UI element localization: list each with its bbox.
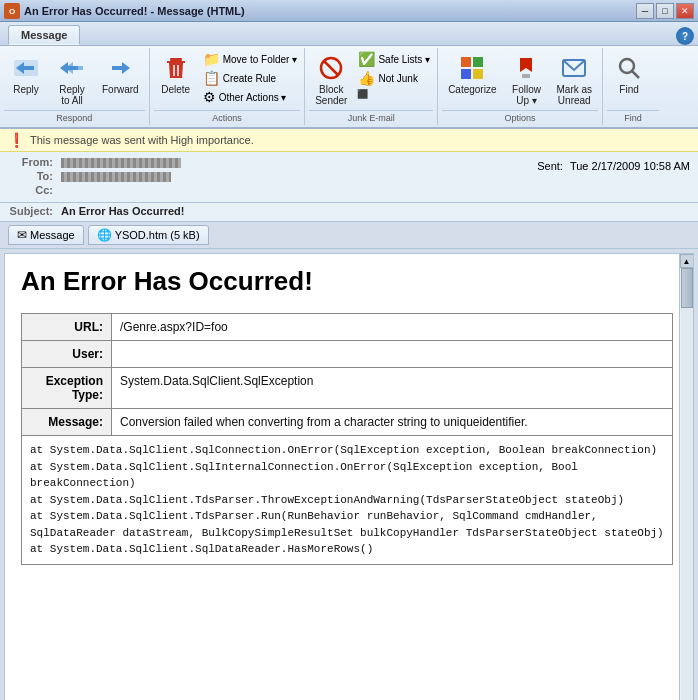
folder-icon: 📁 [203, 51, 220, 67]
reply-all-button[interactable]: Replyto All [50, 50, 94, 108]
sent-label: Sent: [537, 160, 563, 172]
message-attachment-tab[interactable]: ✉ Message [8, 225, 84, 245]
options-content: Categorize FollowUp ▾ Ma [442, 50, 598, 108]
ribbon: Reply Replyto All Forward [0, 46, 698, 129]
sent-area: Sent: Tue 2/17/2009 10:58 AM [537, 156, 690, 198]
header-top: From: To: Cc: Sent: Tue [8, 156, 690, 198]
junk-expand[interactable]: ⬛ [355, 88, 433, 100]
scroll-up-arrow[interactable]: ▲ [680, 254, 694, 268]
find-group-label: Find [607, 110, 659, 123]
svg-rect-8 [167, 61, 185, 63]
find-button[interactable]: Find [607, 50, 651, 97]
mark-unread-icon [558, 52, 590, 84]
svg-rect-13 [461, 57, 471, 67]
scrollbar[interactable]: ▲ ▼ [679, 254, 693, 700]
svg-rect-16 [473, 69, 483, 79]
other-actions-button[interactable]: ⚙ Other Actions ▾ [200, 88, 300, 106]
block-sender-label: BlockSender [315, 84, 347, 106]
ysod-tab-label: YSOD.htm (5 kB) [115, 229, 200, 241]
find-icon [613, 52, 645, 84]
respond-group-label: Respond [4, 110, 145, 123]
safe-lists-icon: ✅ [358, 51, 375, 67]
block-sender-button[interactable]: BlockSender [309, 50, 353, 108]
follow-up-icon [510, 52, 542, 84]
rule-icon: 📋 [203, 70, 220, 86]
svg-point-20 [620, 59, 634, 73]
from-label: From: [8, 156, 53, 168]
move-to-folder-label: Move to Folder ▾ [223, 54, 297, 65]
not-junk-icon: 👍 [358, 70, 375, 86]
safe-lists-button[interactable]: ✅ Safe Lists ▾ [355, 50, 433, 68]
attachment-tabs: ✉ Message 🌐 YSOD.htm (5 kB) [0, 222, 698, 249]
tab-message[interactable]: Message [8, 25, 80, 45]
stack-trace-cell: at System.Data.SqlClient.SqlConnection.O… [22, 436, 673, 565]
respond-buttons: Reply Replyto All Forward [4, 50, 145, 108]
app-icon: O [4, 3, 20, 19]
table-row: URL: /Genre.aspx?ID=foo [22, 314, 673, 341]
minimize-button[interactable]: ─ [636, 3, 654, 19]
subject-label: Subject: [8, 205, 53, 217]
move-to-folder-button[interactable]: 📁 Move to Folder ▾ [200, 50, 300, 68]
stack-trace: at System.Data.SqlClient.SqlConnection.O… [30, 442, 664, 558]
delete-button[interactable]: Delete [154, 50, 198, 97]
from-row: From: [8, 156, 181, 168]
title-bar: O An Error Has Occurred! - Message (HTML… [0, 0, 698, 22]
close-button[interactable]: ✕ [676, 3, 694, 19]
create-rule-label: Create Rule [223, 73, 276, 84]
url-label: URL: [22, 314, 112, 341]
maximize-button[interactable]: □ [656, 3, 674, 19]
create-rule-button[interactable]: 📋 Create Rule [200, 69, 300, 87]
not-junk-label: Not Junk [378, 73, 417, 84]
ribbon-group-respond: Reply Replyto All Forward [0, 48, 150, 125]
cc-row: Cc: [8, 184, 181, 196]
svg-text:O: O [9, 7, 15, 16]
exception-type-value: System.Data.SqlClient.SqlException [112, 368, 673, 409]
scroll-thumb[interactable] [681, 268, 693, 308]
svg-rect-18 [522, 74, 530, 78]
forward-button[interactable]: Forward [96, 50, 145, 97]
reply-all-icon [56, 52, 88, 84]
help-button[interactable]: ? [676, 27, 694, 45]
window-controls[interactable]: ─ □ ✕ [636, 3, 694, 19]
not-junk-button[interactable]: 👍 Not Junk [355, 69, 433, 87]
junk-col: ✅ Safe Lists ▾ 👍 Not Junk ⬛ [355, 50, 433, 100]
user-value [112, 341, 673, 368]
delete-label: Delete [161, 84, 190, 95]
window-title: An Error Has Occurred! - Message (HTML) [24, 5, 245, 17]
follow-up-button[interactable]: FollowUp ▾ [504, 50, 548, 108]
categorize-button[interactable]: Categorize [442, 50, 502, 97]
to-row: To: [8, 170, 181, 182]
mark-as-unread-button[interactable]: Mark asUnread [550, 50, 598, 108]
svg-rect-14 [473, 57, 483, 67]
message-tab-icon: ✉ [17, 228, 27, 242]
reply-label: Reply [13, 84, 39, 95]
error-title: An Error Has Occurred! [21, 266, 673, 297]
scroll-track[interactable] [681, 268, 693, 700]
importance-text: This message was sent with High importan… [30, 134, 254, 146]
delete-icon [160, 52, 192, 84]
ribbon-tabs: Message ? [0, 22, 698, 46]
to-label: To: [8, 170, 53, 182]
url-value: /Genre.aspx?ID=foo [112, 314, 673, 341]
svg-line-21 [632, 71, 639, 78]
svg-rect-7 [170, 58, 182, 61]
from-redacted [61, 158, 181, 168]
message-tab-label: Message [30, 229, 75, 241]
other-actions-icon: ⚙ [203, 89, 216, 105]
importance-bar: ❗ This message was sent with High import… [0, 129, 698, 152]
table-row: Message: Conversion failed when converti… [22, 409, 673, 436]
body-content[interactable]: An Error Has Occurred! URL: /Genre.aspx?… [5, 254, 693, 700]
ribbon-group-options: Categorize FollowUp ▾ Ma [438, 48, 603, 125]
forward-label: Forward [102, 84, 139, 95]
ribbon-group-actions: Delete 📁 Move to Folder ▾ 📋 Create Rule … [150, 48, 305, 125]
user-label: User: [22, 341, 112, 368]
subject-inner: Subject: An Error Has Occurred! [8, 205, 690, 217]
junk-group-label: Junk E-mail [309, 110, 433, 123]
ysod-attachment-tab[interactable]: 🌐 YSOD.htm (5 kB) [88, 225, 209, 245]
table-row: at System.Data.SqlClient.SqlConnection.O… [22, 436, 673, 565]
reply-button[interactable]: Reply [4, 50, 48, 97]
sent-value: Tue 2/17/2009 10:58 AM [570, 160, 690, 172]
mark-as-unread-label: Mark asUnread [556, 84, 592, 106]
options-group-label: Options [442, 110, 598, 123]
main-content: ❗ This message was sent with High import… [0, 129, 698, 700]
